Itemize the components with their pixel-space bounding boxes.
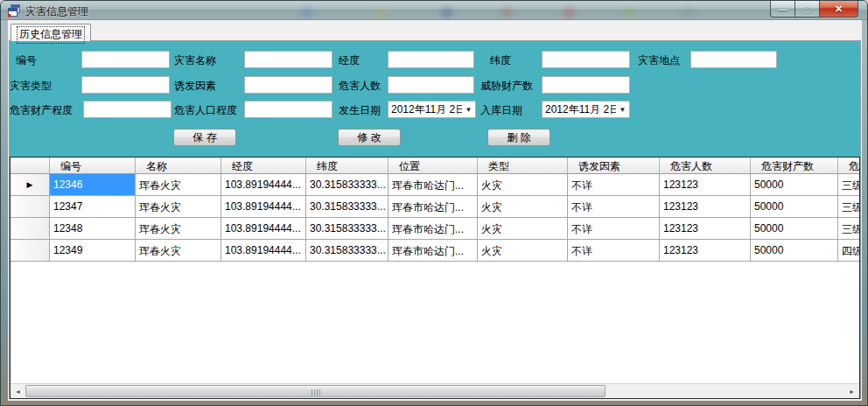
threatened-property-input[interactable] bbox=[542, 76, 630, 94]
table-cell[interactable]: 珲春市哈达门... bbox=[388, 174, 478, 195]
window-controls: — ▢ ✕ bbox=[770, 1, 858, 18]
table-cell[interactable]: 50000 bbox=[751, 240, 838, 261]
save-button[interactable]: 保 存 bbox=[173, 129, 236, 146]
table-cell[interactable]: 三级 bbox=[838, 218, 859, 239]
table-cell[interactable]: 珲春火灾 bbox=[136, 218, 221, 239]
label-property-damage-degree: 危害财产程度 bbox=[10, 103, 73, 118]
table-cell[interactable]: 50000 bbox=[751, 218, 838, 239]
close-icon: ✕ bbox=[835, 4, 843, 15]
label-occurrence-date: 发生日期 bbox=[339, 103, 381, 118]
table-cell[interactable]: 50000 bbox=[751, 174, 838, 195]
table-cell[interactable]: 103.89194444... bbox=[221, 240, 306, 261]
table-cell[interactable]: 珲春火灾 bbox=[136, 174, 221, 195]
table-cell[interactable]: 30.315833333... bbox=[306, 196, 388, 217]
table-cell[interactable]: 不详 bbox=[568, 218, 660, 239]
column-header[interactable]: 经度 bbox=[221, 158, 306, 173]
delete-button[interactable]: 删 除 bbox=[487, 129, 550, 146]
tab-label: 历史信息管理 bbox=[17, 26, 85, 44]
table-cell[interactable]: 不详 bbox=[568, 240, 660, 261]
table-cell[interactable]: 103.89194444... bbox=[221, 218, 306, 239]
maximize-button[interactable]: ▢ bbox=[795, 1, 819, 18]
row-header[interactable]: ▶ bbox=[10, 174, 50, 195]
column-header[interactable]: 编号 bbox=[50, 158, 136, 173]
table-cell[interactable]: 30.315833333... bbox=[306, 218, 388, 239]
row-header[interactable] bbox=[10, 240, 50, 261]
table-cell[interactable]: 12346 bbox=[50, 174, 136, 195]
table-cell[interactable]: 123123 bbox=[660, 196, 751, 217]
table-row[interactable]: 12347 珲春火灾 103.89194444... 30.315833333.… bbox=[10, 196, 859, 218]
column-header[interactable]: 类型 bbox=[478, 158, 568, 173]
scroll-right-button[interactable]: ► bbox=[844, 384, 859, 398]
horizontal-scrollbar[interactable]: ◄ ► bbox=[10, 383, 859, 398]
table-cell[interactable]: 123123 bbox=[660, 218, 751, 239]
table-cell[interactable]: 123123 bbox=[660, 240, 751, 261]
table-cell[interactable]: 珲春火灾 bbox=[136, 240, 221, 261]
scrollbar-track[interactable] bbox=[25, 384, 844, 398]
number-input[interactable] bbox=[81, 51, 170, 68]
table-cell[interactable]: 30.315833333... bbox=[306, 240, 388, 261]
table-cell[interactable]: 50000 bbox=[751, 196, 838, 217]
latitude-input[interactable] bbox=[542, 51, 630, 68]
table-cell[interactable]: 三级 bbox=[838, 196, 859, 217]
entry-date-picker[interactable]: 2012年11月 2日 ▼ bbox=[542, 101, 630, 118]
table-cell[interactable]: 103.89194444... bbox=[221, 196, 306, 217]
trigger-factor-input[interactable] bbox=[244, 76, 332, 94]
column-header[interactable]: 危害 bbox=[838, 158, 859, 173]
close-button[interactable]: ✕ bbox=[819, 1, 858, 18]
table-cell[interactable]: 四级 bbox=[838, 240, 859, 261]
column-header[interactable]: 纬度 bbox=[306, 158, 388, 173]
row-header[interactable] bbox=[10, 218, 50, 239]
table-cell[interactable]: 123123 bbox=[660, 174, 751, 195]
table-cell[interactable]: 不详 bbox=[568, 196, 660, 217]
table-cell[interactable]: 103.89194444... bbox=[221, 174, 306, 195]
column-header[interactable]: 位置 bbox=[388, 158, 478, 173]
chevron-down-icon: ▼ bbox=[462, 106, 475, 114]
column-header[interactable]: 危害财产数 bbox=[751, 158, 838, 173]
table-cell[interactable]: 12347 bbox=[50, 196, 136, 217]
table-cell[interactable]: 珲春火灾 bbox=[136, 196, 221, 217]
occurrence-date-picker[interactable]: 2012年11月 2日 ▼ bbox=[388, 101, 476, 118]
maximize-icon: ▢ bbox=[803, 4, 811, 14]
app-icon bbox=[7, 4, 21, 18]
column-header[interactable]: 危害人数 bbox=[660, 158, 751, 173]
table-cell[interactable]: 珲春市哈达门... bbox=[388, 240, 478, 261]
table-row[interactable]: 12349 珲春火灾 103.89194444... 30.315833333.… bbox=[10, 240, 859, 262]
disaster-type-input[interactable] bbox=[81, 76, 170, 94]
disaster-name-input[interactable] bbox=[244, 51, 332, 68]
table-cell[interactable]: 三级 bbox=[838, 174, 859, 195]
minimize-icon: — bbox=[779, 4, 788, 14]
population-damage-degree-input[interactable] bbox=[244, 101, 332, 118]
table-cell[interactable]: 火灾 bbox=[478, 196, 568, 217]
table-cell[interactable]: 12348 bbox=[50, 218, 136, 239]
table-cell[interactable]: 30.315833333... bbox=[306, 174, 388, 195]
table-cell[interactable]: 珲春市哈达门... bbox=[388, 218, 478, 239]
minimize-button[interactable]: — bbox=[770, 1, 795, 18]
column-header[interactable]: 名称 bbox=[136, 158, 221, 173]
row-selector-header[interactable] bbox=[10, 158, 50, 173]
longitude-input[interactable] bbox=[388, 51, 474, 68]
tab-history-info[interactable]: 历史信息管理 bbox=[10, 24, 91, 41]
row-header[interactable] bbox=[10, 196, 50, 217]
modify-button[interactable]: 修 改 bbox=[338, 129, 401, 146]
table-cell[interactable]: 火灾 bbox=[478, 240, 568, 261]
table-cell[interactable]: 珲春市哈达门... bbox=[388, 196, 478, 217]
scroll-left-button[interactable]: ◄ bbox=[10, 384, 25, 398]
tab-page: 编号 灾害名称 经度 纬度 灾害地点 灾害类型 诱发因素 危害人数 威胁财产数 … bbox=[9, 40, 861, 399]
titlebar[interactable]: 灾害信息管理 — ▢ ✕ bbox=[1, 1, 867, 20]
app-window: 灾害信息管理 — ▢ ✕ 历史信息管理 编号 灾害名称 经度 纬度 灾害地点 bbox=[0, 0, 868, 406]
table-row[interactable]: 12348 珲春火灾 103.89194444... 30.315833333.… bbox=[10, 218, 859, 240]
column-header[interactable]: 诱发因素 bbox=[568, 158, 660, 173]
label-latitude: 纬度 bbox=[490, 53, 511, 68]
scrollbar-thumb[interactable] bbox=[25, 385, 606, 397]
table-row[interactable]: ▶ 12346 珲春火灾 103.89194444... 30.31583333… bbox=[10, 174, 859, 196]
disaster-location-input[interactable] bbox=[690, 51, 777, 68]
affected-people-input[interactable] bbox=[388, 76, 474, 94]
table-cell[interactable]: 12349 bbox=[50, 240, 136, 261]
table-cell[interactable]: 不详 bbox=[568, 174, 660, 195]
property-damage-degree-input[interactable] bbox=[83, 101, 172, 118]
current-row-arrow-icon: ▶ bbox=[27, 180, 33, 189]
table-cell[interactable]: 火灾 bbox=[478, 218, 568, 239]
label-affected-people: 危害人数 bbox=[339, 79, 381, 94]
table-cell[interactable]: 火灾 bbox=[478, 174, 568, 195]
scrollbar-grip-icon bbox=[312, 389, 320, 396]
